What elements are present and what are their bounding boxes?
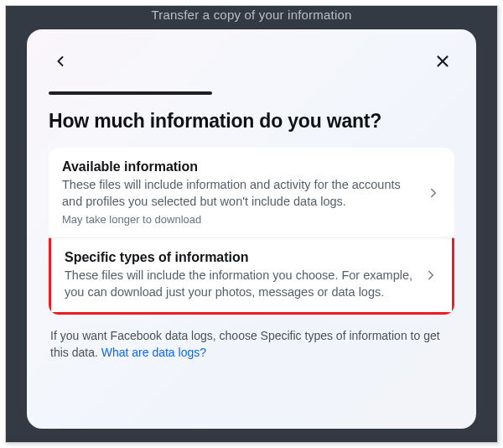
option-content: Specific types of information These file… xyxy=(65,250,423,300)
option-content: Available information These files will i… xyxy=(62,159,426,226)
back-button[interactable] xyxy=(49,49,72,73)
footer-help-text: If you want Facebook data logs, choose S… xyxy=(49,328,454,361)
close-button[interactable] xyxy=(431,49,454,73)
modal-title: How much information do you want? xyxy=(49,110,454,133)
chevron-right-icon xyxy=(426,185,441,201)
option-available-information[interactable]: Available information These files will i… xyxy=(49,148,454,237)
info-amount-modal: How much information do you want? Availa… xyxy=(27,29,476,429)
option-specific-types[interactable]: Specific types of information These file… xyxy=(49,237,454,315)
data-logs-help-link[interactable]: What are data logs? xyxy=(101,346,206,359)
app-background: Transfer a copy of your information How … xyxy=(5,5,498,443)
background-page-title: Transfer a copy of your information xyxy=(6,6,497,22)
close-icon xyxy=(433,52,452,70)
option-list: Available information These files will i… xyxy=(49,148,454,315)
chevron-right-icon xyxy=(423,268,438,283)
option-note: May take longer to download xyxy=(62,213,417,226)
chevron-left-icon xyxy=(52,53,69,70)
modal-header xyxy=(49,49,454,73)
option-description: These files will include the information… xyxy=(65,268,415,300)
option-description: These files will include information and… xyxy=(62,177,417,210)
progress-indicator xyxy=(49,91,212,95)
option-title: Specific types of information xyxy=(65,250,415,265)
option-title: Available information xyxy=(62,159,417,175)
